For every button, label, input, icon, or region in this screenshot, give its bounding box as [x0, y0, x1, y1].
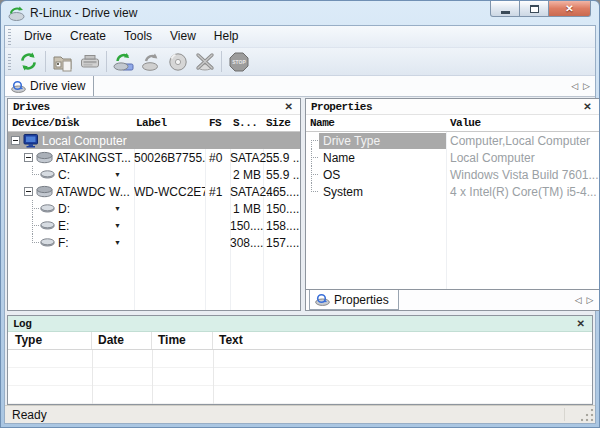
column-divider	[213, 350, 214, 404]
properties-column-header[interactable]: Name Value	[306, 115, 599, 132]
property-row-name[interactable]: Name Local Computer	[306, 149, 599, 166]
log-column-header[interactable]: Type Date Time Text	[8, 332, 592, 350]
app-logo-icon	[8, 5, 25, 21]
titlebar[interactable]: R-Linux - Drive view ✕	[1, 1, 599, 25]
toolbar-grip[interactable]	[8, 54, 11, 70]
column-device-disk[interactable]: Device/Disk	[8, 117, 134, 129]
tab-scroll-arrows: ◁ ▷	[571, 76, 590, 96]
log-panel: Log ✕ Type Date Time Text	[7, 315, 593, 405]
tab-drive-view[interactable]: Drive view	[5, 76, 94, 96]
column-text[interactable]: Text	[213, 332, 592, 349]
tab-scroll-right-icon[interactable]: ▷	[583, 82, 590, 91]
tab-scroll-left-icon[interactable]: ◁	[571, 82, 578, 91]
column-date[interactable]: Date	[92, 332, 152, 349]
tree-connector	[306, 183, 319, 200]
menubar-grip[interactable]	[8, 29, 11, 45]
sort-ascending-icon: ▲	[66, 114, 69, 121]
main-area: Drives ✕ ▲ Device/Disk Label FS S... Siz…	[5, 97, 595, 315]
column-name[interactable]: Name	[306, 117, 446, 129]
properties-panel-header: Properties ✕	[306, 99, 599, 115]
tree-connector	[306, 132, 319, 149]
remote-device-icon	[79, 51, 101, 73]
column-size[interactable]: Size	[263, 117, 300, 129]
drives-panel-close-icon[interactable]: ✕	[283, 102, 295, 112]
menu-create[interactable]: Create	[61, 26, 115, 47]
window-minimize-button[interactable]	[490, 1, 520, 17]
remove-icon	[194, 51, 216, 73]
column-divider	[152, 350, 153, 404]
column-divider	[92, 350, 93, 404]
property-row-drive-type[interactable]: Drive Type Computer,Local Computer	[306, 132, 599, 149]
properties-tabbar: Properties ◁ ▷	[306, 289, 599, 310]
properties-panel-close-icon[interactable]: ✕	[581, 102, 593, 112]
tree-connector	[27, 200, 40, 217]
client-area: Drive Create Tools View Help	[4, 25, 596, 424]
partition-icon	[40, 170, 55, 179]
partition-dropdown-icon[interactable]: ▼	[114, 171, 121, 178]
refresh-button[interactable]	[15, 49, 42, 74]
tree-connector	[306, 166, 319, 183]
minimize-icon	[501, 11, 510, 14]
column-type[interactable]: Type	[8, 332, 92, 349]
toolbar: STOP	[5, 48, 595, 76]
open-image-icon	[52, 51, 74, 73]
collapse-toggle-icon[interactable]	[24, 187, 33, 196]
column-label[interactable]: Label	[134, 117, 205, 129]
drives-panel: Drives ✕ ▲ Device/Disk Label FS S... Siz…	[7, 98, 301, 311]
partition-icon	[40, 238, 55, 247]
tab-properties-label: Properties	[334, 293, 389, 307]
scan-drive-button[interactable]	[110, 49, 137, 74]
property-row-os[interactable]: OS Windows Vista Build 7601...	[306, 166, 599, 183]
drive-row-local-computer[interactable]: Local Computer	[8, 132, 300, 149]
create-image-button[interactable]	[137, 49, 164, 74]
tree-connector	[27, 234, 40, 251]
app-window: R-Linux - Drive view ✕ Drive Create Tool…	[0, 0, 600, 428]
properties-panel-title: Properties	[311, 101, 581, 113]
partition-dropdown-icon[interactable]: ▼	[114, 239, 121, 246]
open-drive-files-button[interactable]	[164, 49, 191, 74]
open-drive-image-button[interactable]	[49, 49, 76, 74]
statusbar-divider	[564, 408, 565, 421]
menu-help[interactable]: Help	[205, 26, 248, 47]
tab-scroll-right-icon[interactable]: ▷	[587, 296, 594, 305]
property-row-system[interactable]: System 4 x Intel(R) Core(TM) i5-4...	[306, 183, 599, 200]
column-s[interactable]: S...	[230, 117, 263, 129]
drives-column-header[interactable]: ▲ Device/Disk Label FS S... Size	[8, 115, 300, 132]
drive-view-tab-icon	[11, 80, 26, 93]
menu-drive[interactable]: Drive	[15, 26, 61, 47]
close-icon: ✕	[565, 4, 573, 14]
partition-dropdown-icon[interactable]: ▼	[114, 222, 121, 229]
menu-tools[interactable]: Tools	[115, 26, 161, 47]
log-panel-header: Log ✕	[8, 316, 592, 332]
log-panel-close-icon[interactable]: ✕	[575, 319, 587, 329]
window-controls: ✕	[490, 1, 591, 17]
window-close-button[interactable]: ✕	[549, 1, 591, 17]
drive-row-partition-f[interactable]: F: ▼ 308.... 157....	[8, 234, 300, 251]
hard-disk-icon	[36, 185, 53, 198]
column-time[interactable]: Time	[152, 332, 213, 349]
log-body	[8, 350, 592, 404]
stop-button[interactable]: STOP	[225, 49, 252, 74]
drive-row-disk0[interactable]: ATAKINGST... 50026B7755... #0 SATA2... 5…	[8, 149, 300, 166]
partition-dropdown-icon[interactable]: ▼	[114, 205, 121, 212]
tab-scroll-left-icon[interactable]: ◁	[575, 296, 582, 305]
drive-row-disk1[interactable]: ATAWDC W... WD-WCC2E7... #1 SATA2... 465…	[8, 183, 300, 200]
toolbar-separator	[221, 51, 222, 72]
resize-grip[interactable]	[581, 409, 594, 422]
collapse-toggle-icon[interactable]	[11, 136, 20, 145]
tab-scroll-arrows: ◁ ▷	[575, 290, 594, 310]
column-value[interactable]: Value	[446, 117, 599, 129]
column-fs[interactable]: FS	[205, 117, 230, 129]
drive-row-partition-d[interactable]: D: ▼ 1 MB 150....	[8, 200, 300, 217]
menu-view[interactable]: View	[161, 26, 205, 47]
connect-remote-button[interactable]	[76, 49, 103, 74]
tree-connector	[27, 166, 40, 183]
window-maximize-button[interactable]	[520, 1, 549, 17]
collapse-toggle-icon[interactable]	[24, 153, 33, 162]
drive-row-partition-e[interactable]: E: ▼ 150.... 158....	[8, 217, 300, 234]
tree-connector	[306, 149, 319, 166]
remove-device-button[interactable]	[191, 49, 218, 74]
tab-properties[interactable]: Properties	[309, 290, 399, 310]
drive-row-partition-c[interactable]: C: ▼ 2 MB 55.9 ...	[8, 166, 300, 183]
status-message: Ready	[5, 408, 47, 422]
